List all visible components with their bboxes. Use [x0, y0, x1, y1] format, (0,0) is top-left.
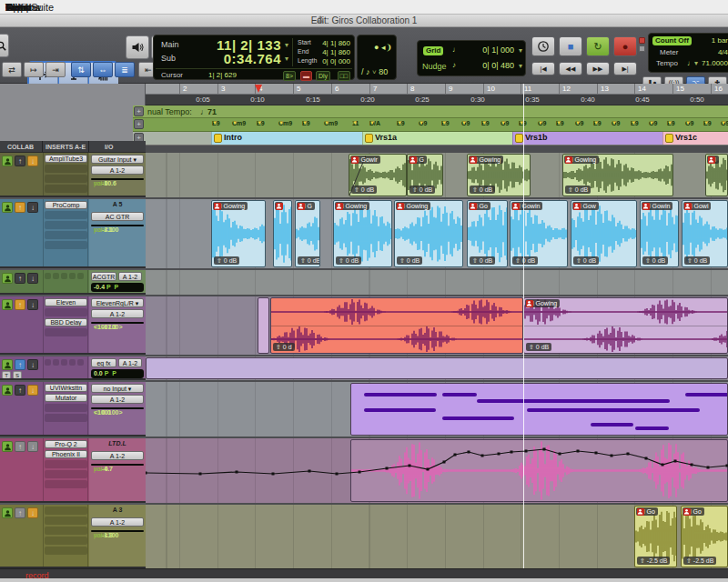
- clip-gain-badge[interactable]: ⇧ 0 dB: [470, 256, 495, 265]
- clip-gain-badge[interactable]: ⇧ -2.5 dB: [683, 557, 716, 565]
- audio-clip[interactable]: Gil Gowir⇧ 0 dB: [349, 154, 407, 196]
- insert-slot[interactable]: [45, 527, 87, 535]
- io-acgtr[interactable]: ACGTR: [91, 272, 116, 281]
- grid-label[interactable]: Grid: [423, 46, 443, 55]
- volume-pan-display[interactable]: vol-4.7pan0: [91, 464, 144, 466]
- upload-arrow-icon[interactable]: ↑: [15, 299, 25, 310]
- io-a-1-2[interactable]: A 1-2: [91, 395, 144, 404]
- minsec-ruler[interactable]: 0:050:100:150:200:250:300:350:400:450:50: [146, 95, 728, 105]
- menu-item-help[interactable]: Help: [5, 2, 26, 13]
- nudge-caret-icon[interactable]: ▾: [519, 62, 522, 70]
- download-arrow-icon[interactable]: ↓: [27, 359, 38, 370]
- io-a-1-2[interactable]: A 1-2: [91, 517, 144, 527]
- chord-symbol-Cm9[interactable]: ▼Cm9: [278, 120, 292, 126]
- bar-tick-7[interactable]: 7: [369, 84, 408, 95]
- count-off-value[interactable]: 1 bar: [712, 36, 728, 45]
- insert-bbd-delay[interactable]: BBD Delay: [45, 318, 87, 326]
- time-tick-0:35[interactable]: 0:35: [525, 95, 540, 105]
- io-a-5[interactable]: A 5: [91, 201, 144, 207]
- clip-gain-badge[interactable]: ⇧ 0 d: [273, 343, 295, 351]
- upload-arrow-icon[interactable]: ↑: [15, 273, 25, 284]
- grid-caret-icon[interactable]: ▾: [519, 46, 522, 55]
- chord-symbol-E9[interactable]: ▼E9: [212, 120, 220, 126]
- marker-flag-icon[interactable]: [214, 134, 222, 143]
- chord-symbol-G9[interactable]: ▼G9: [575, 120, 583, 126]
- midi-note[interactable]: [442, 393, 477, 396]
- io-eg-fx[interactable]: eg fx: [91, 358, 116, 367]
- volume-pan-display[interactable]: vol-10.6pan0: [91, 178, 144, 180]
- clip-gain-badge[interactable]: ⇧ 0 dB: [684, 256, 710, 265]
- insert-slot[interactable]: [45, 241, 87, 249]
- chord-add-button[interactable]: +: [134, 119, 144, 129]
- bar-tick-9[interactable]: 9: [445, 84, 483, 95]
- time-tick-0:20[interactable]: 0:20: [360, 95, 375, 105]
- volume-pan-display[interactable]: vol-17.3<100100>: [91, 322, 144, 324]
- track-header-5[interactable]: ↑↓TSeg fxA 1-20.0 P P: [0, 356, 146, 380]
- collab-person-icon[interactable]: [2, 273, 13, 284]
- time-tick-0:50[interactable]: 0:50: [690, 95, 704, 105]
- upload-arrow-icon[interactable]: ↑: [15, 359, 25, 370]
- time-tick-0:30[interactable]: 0:30: [470, 95, 485, 105]
- midi-note[interactable]: [527, 408, 700, 412]
- chord-symbol-G9[interactable]: ▼G9: [612, 120, 620, 126]
- upload-arrow-icon[interactable]: ↑: [15, 202, 25, 213]
- chord-symbol-G9[interactable]: ▼G9: [500, 120, 509, 126]
- upload-arrow-icon[interactable]: ↑: [15, 507, 25, 518]
- io-output[interactable]: A 1-2: [118, 358, 142, 367]
- insert-slot[interactable]: [77, 273, 84, 279]
- length-value[interactable]: 0| 0| 000: [322, 57, 350, 65]
- bar-tick-11[interactable]: 11: [521, 84, 559, 95]
- insert-slot[interactable]: [45, 480, 87, 488]
- timeline-insertion-icon[interactable]: ▬: [300, 71, 312, 81]
- download-arrow-icon[interactable]: ↓: [27, 385, 38, 396]
- io-a-3[interactable]: A 3: [91, 507, 144, 513]
- clip-gain-badge[interactable]: ⇧ 0 dB: [526, 343, 551, 351]
- io-no-input[interactable]: no Input ▾: [91, 384, 144, 393]
- chord-symbol-E9[interactable]: ▼E9: [481, 120, 490, 126]
- insert-slot[interactable]: [45, 404, 87, 412]
- audio-clip[interactable]: Gil Go⇧ 0 dB: [467, 200, 508, 267]
- clip-gain-badge[interactable]: ⇧ 0 dB: [336, 256, 361, 265]
- track-header-1[interactable]: ↑↓AmpliTube3Guitar Input ▾A 1-2vol-10.6p…: [0, 153, 146, 197]
- io-ltd-l[interactable]: LTD.L: [91, 440, 144, 447]
- clip-gain-badge[interactable]: ⇧ 0 dB: [642, 256, 668, 265]
- chord-symbol-G9[interactable]: ▼G9: [419, 120, 427, 126]
- collab-person-icon[interactable]: [2, 202, 13, 213]
- download-arrow-icon[interactable]: ↓: [27, 441, 38, 452]
- insert-slot[interactable]: [45, 470, 87, 478]
- chord-symbol-E9[interactable]: ▼E9: [703, 120, 712, 126]
- bar-tick-12[interactable]: 12: [559, 84, 597, 95]
- tempo-value[interactable]: 71.0000: [702, 59, 728, 67]
- go-to-end-button[interactable]: ▶|: [613, 62, 637, 75]
- chord-symbol-E9[interactable]: ▼E9: [593, 120, 602, 126]
- sub-counter-value[interactable]: 0:34.764: [224, 51, 281, 66]
- stop-button[interactable]: ■: [559, 36, 582, 56]
- bottom-scroll-strip[interactable]: [0, 578, 728, 582]
- clip-gain-badge[interactable]: ⇧ 0 dB: [573, 256, 599, 265]
- insert-slot[interactable]: [45, 507, 87, 515]
- clip-gain-badge[interactable]: ⇧ 0 dB: [512, 256, 538, 265]
- collab-person-icon[interactable]: [2, 299, 13, 310]
- midi-note[interactable]: [364, 393, 437, 396]
- chord-symbol-11[interactable]: ▼11: [352, 120, 359, 126]
- insert-slot[interactable]: [45, 547, 87, 555]
- link-edit-button[interactable]: ⇔: [93, 62, 113, 77]
- edit-mode-slip-button[interactable]: ↦: [24, 62, 44, 77]
- insert-slot[interactable]: [45, 414, 87, 422]
- audio-clip[interactable]: Gil Gowing⇧ 0 dB: [523, 297, 728, 354]
- volume-pan-display[interactable]: vol-1.3pan<100: [91, 530, 144, 532]
- audio-clip[interactable]: Gil Gowing⇧ 0 dB: [394, 200, 463, 267]
- time-tick-0:15[interactable]: 0:15: [306, 95, 320, 105]
- grid-value[interactable]: 0| 1| 000: [482, 45, 514, 55]
- volume-pan-display[interactable]: -0.4 P P: [91, 283, 144, 292]
- chord-symbol-E9[interactable]: ▼E9: [257, 120, 265, 126]
- midi-note[interactable]: [635, 426, 669, 430]
- track-header-2[interactable]: ↑↓ProCompA 5AC GTRvol-2.1pan<100: [0, 199, 146, 268]
- insert-slot[interactable]: [45, 175, 87, 183]
- audio-clip[interactable]: Gil G⇧ 0 dB: [407, 154, 443, 196]
- io-a-1-2[interactable]: A 1-2: [91, 451, 144, 460]
- insert-slot[interactable]: [45, 273, 51, 279]
- audio-clip[interactable]: Gil Gowi⇧ 0 dB: [682, 200, 728, 267]
- audio-clip[interactable]: Gil Go⇧ -2.5 dB: [681, 506, 728, 567]
- bar-tick-3[interactable]: 3: [217, 84, 256, 95]
